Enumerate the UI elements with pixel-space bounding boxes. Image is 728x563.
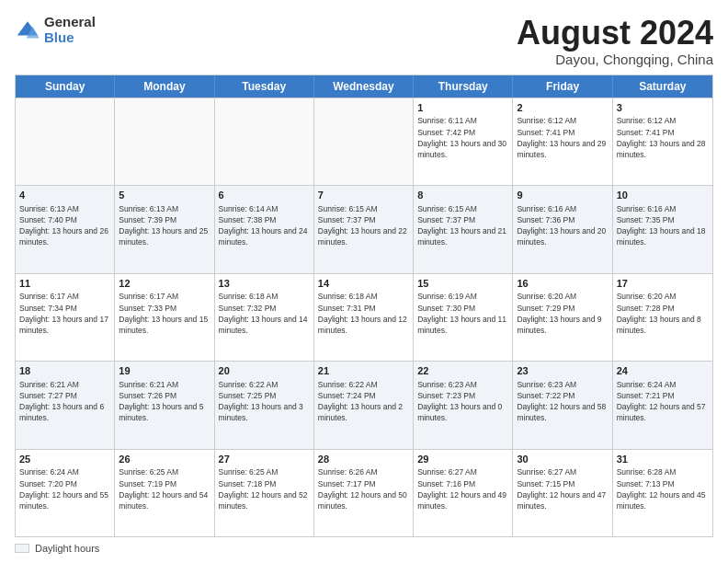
day-number: 31	[617, 453, 709, 466]
day-number: 9	[517, 189, 608, 202]
day-info: Sunrise: 6:12 AM Sunset: 7:41 PM Dayligh…	[517, 116, 606, 158]
day-number: 23	[517, 364, 608, 378]
day-info: Sunrise: 6:27 AM Sunset: 7:16 PM Dayligh…	[417, 467, 506, 510]
day-number: 25	[19, 453, 110, 466]
calendar-body: 1Sunrise: 6:11 AM Sunset: 7:42 PM Daylig…	[16, 98, 712, 536]
day-info: Sunrise: 6:15 AM Sunset: 7:37 PM Dayligh…	[417, 204, 506, 247]
month-title: August 2024	[517, 15, 713, 52]
page: General Blue August 2024 Dayou, Chongqin…	[0, 0, 728, 563]
day-info: Sunrise: 6:26 AM Sunset: 7:17 PM Dayligh…	[318, 467, 407, 510]
day-number: 26	[119, 453, 210, 466]
day-number: 24	[617, 364, 709, 378]
day-number: 28	[318, 453, 409, 466]
day-number: 11	[19, 277, 110, 291]
day-info: Sunrise: 6:22 AM Sunset: 7:24 PM Dayligh…	[318, 380, 403, 422]
legend: Daylight hours	[15, 543, 713, 554]
day-number: 21	[318, 364, 409, 378]
header-cell-sunday: Sunday	[16, 75, 115, 98]
day-info: Sunrise: 6:20 AM Sunset: 7:29 PM Dayligh…	[517, 292, 601, 334]
header-cell-wednesday: Wednesday	[314, 75, 414, 98]
header-cell-monday: Monday	[115, 75, 214, 98]
logo-blue-text: Blue	[44, 30, 96, 46]
cal-cell-1-2	[115, 98, 214, 185]
cal-cell-2-5: 8Sunrise: 6:15 AM Sunset: 7:37 PM Daylig…	[414, 186, 513, 272]
day-number: 6	[219, 189, 310, 202]
cal-cell-4-3: 20Sunrise: 6:22 AM Sunset: 7:25 PM Dayli…	[215, 362, 314, 448]
header: General Blue August 2024 Dayou, Chongqin…	[15, 15, 713, 67]
day-info: Sunrise: 6:13 AM Sunset: 7:40 PM Dayligh…	[19, 204, 108, 247]
calendar-row-1: 1Sunrise: 6:11 AM Sunset: 7:42 PM Daylig…	[16, 98, 712, 185]
day-number: 5	[119, 189, 210, 202]
logo-text: General Blue	[44, 15, 96, 45]
day-info: Sunrise: 6:23 AM Sunset: 7:22 PM Dayligh…	[517, 380, 606, 422]
cal-cell-2-7: 10Sunrise: 6:16 AM Sunset: 7:35 PM Dayli…	[613, 186, 712, 272]
cal-cell-3-5: 15Sunrise: 6:19 AM Sunset: 7:30 PM Dayli…	[414, 274, 513, 361]
calendar-row-2: 4Sunrise: 6:13 AM Sunset: 7:40 PM Daylig…	[16, 185, 712, 272]
calendar-header: SundayMondayTuesdayWednesdayThursdayFrid…	[16, 75, 712, 98]
day-info: Sunrise: 6:23 AM Sunset: 7:23 PM Dayligh…	[417, 380, 502, 422]
day-info: Sunrise: 6:25 AM Sunset: 7:18 PM Dayligh…	[219, 467, 308, 510]
day-info: Sunrise: 6:15 AM Sunset: 7:37 PM Dayligh…	[318, 204, 407, 247]
cal-cell-5-2: 26Sunrise: 6:25 AM Sunset: 7:19 PM Dayli…	[115, 450, 214, 536]
day-number: 20	[219, 364, 310, 378]
cal-cell-2-1: 4Sunrise: 6:13 AM Sunset: 7:40 PM Daylig…	[16, 186, 115, 272]
day-info: Sunrise: 6:11 AM Sunset: 7:42 PM Dayligh…	[417, 116, 506, 158]
day-number: 27	[219, 453, 310, 466]
cal-cell-2-3: 6Sunrise: 6:14 AM Sunset: 7:38 PM Daylig…	[215, 186, 314, 272]
day-info: Sunrise: 6:17 AM Sunset: 7:34 PM Dayligh…	[19, 292, 108, 334]
cal-cell-5-1: 25Sunrise: 6:24 AM Sunset: 7:20 PM Dayli…	[16, 450, 115, 536]
day-number: 29	[417, 453, 508, 466]
day-info: Sunrise: 6:16 AM Sunset: 7:35 PM Dayligh…	[617, 204, 706, 247]
cal-cell-1-6: 2Sunrise: 6:12 AM Sunset: 7:41 PM Daylig…	[513, 98, 612, 185]
day-info: Sunrise: 6:14 AM Sunset: 7:38 PM Dayligh…	[219, 204, 308, 247]
cal-cell-5-6: 30Sunrise: 6:27 AM Sunset: 7:15 PM Dayli…	[513, 450, 612, 536]
day-number: 1	[417, 101, 508, 115]
day-info: Sunrise: 6:18 AM Sunset: 7:32 PM Dayligh…	[219, 292, 308, 334]
logo: General Blue	[15, 15, 96, 45]
day-number: 10	[617, 189, 709, 202]
legend-box	[15, 544, 29, 553]
cal-cell-3-1: 11Sunrise: 6:17 AM Sunset: 7:34 PM Dayli…	[16, 274, 115, 361]
day-number: 3	[617, 101, 709, 115]
day-number: 8	[417, 189, 508, 202]
calendar: SundayMondayTuesdayWednesdayThursdayFrid…	[15, 75, 713, 537]
cal-cell-4-2: 19Sunrise: 6:21 AM Sunset: 7:26 PM Dayli…	[115, 362, 214, 448]
day-number: 12	[119, 277, 210, 291]
title-block: August 2024 Dayou, Chongqing, China	[517, 15, 713, 67]
cal-cell-3-4: 14Sunrise: 6:18 AM Sunset: 7:31 PM Dayli…	[314, 274, 414, 361]
cal-cell-1-7: 3Sunrise: 6:12 AM Sunset: 7:41 PM Daylig…	[613, 98, 712, 185]
day-info: Sunrise: 6:17 AM Sunset: 7:33 PM Dayligh…	[119, 292, 208, 334]
day-number: 14	[318, 277, 409, 291]
day-number: 17	[617, 277, 709, 291]
cal-cell-4-6: 23Sunrise: 6:23 AM Sunset: 7:22 PM Dayli…	[513, 362, 612, 448]
cal-cell-1-1	[16, 98, 115, 185]
cal-cell-4-7: 24Sunrise: 6:24 AM Sunset: 7:21 PM Dayli…	[613, 362, 712, 448]
location-subtitle: Dayou, Chongqing, China	[517, 52, 713, 67]
day-info: Sunrise: 6:21 AM Sunset: 7:26 PM Dayligh…	[119, 380, 203, 422]
cal-cell-4-5: 22Sunrise: 6:23 AM Sunset: 7:23 PM Dayli…	[414, 362, 513, 448]
day-info: Sunrise: 6:25 AM Sunset: 7:19 PM Dayligh…	[119, 467, 208, 510]
cal-cell-1-4	[314, 98, 414, 185]
day-number: 2	[517, 101, 608, 115]
cal-cell-4-1: 18Sunrise: 6:21 AM Sunset: 7:27 PM Dayli…	[16, 362, 115, 448]
cal-cell-5-4: 28Sunrise: 6:26 AM Sunset: 7:17 PM Dayli…	[314, 450, 414, 536]
cal-cell-5-3: 27Sunrise: 6:25 AM Sunset: 7:18 PM Dayli…	[215, 450, 314, 536]
day-number: 13	[219, 277, 310, 291]
logo-icon	[15, 17, 40, 43]
calendar-row-3: 11Sunrise: 6:17 AM Sunset: 7:34 PM Dayli…	[16, 273, 712, 361]
day-info: Sunrise: 6:28 AM Sunset: 7:13 PM Dayligh…	[617, 467, 706, 510]
cal-cell-3-7: 17Sunrise: 6:20 AM Sunset: 7:28 PM Dayli…	[613, 274, 712, 361]
header-cell-thursday: Thursday	[414, 75, 513, 98]
cal-cell-1-3	[215, 98, 314, 185]
day-number: 15	[417, 277, 508, 291]
cal-cell-4-4: 21Sunrise: 6:22 AM Sunset: 7:24 PM Dayli…	[314, 362, 414, 448]
day-number: 18	[19, 364, 110, 378]
day-info: Sunrise: 6:21 AM Sunset: 7:27 PM Dayligh…	[19, 380, 104, 422]
day-number: 4	[19, 189, 110, 202]
cal-cell-3-3: 13Sunrise: 6:18 AM Sunset: 7:32 PM Dayli…	[215, 274, 314, 361]
cal-cell-5-7: 31Sunrise: 6:28 AM Sunset: 7:13 PM Dayli…	[613, 450, 712, 536]
header-cell-tuesday: Tuesday	[215, 75, 314, 98]
day-info: Sunrise: 6:24 AM Sunset: 7:20 PM Dayligh…	[19, 467, 108, 510]
day-number: 22	[417, 364, 508, 378]
day-info: Sunrise: 6:12 AM Sunset: 7:41 PM Dayligh…	[617, 116, 706, 158]
